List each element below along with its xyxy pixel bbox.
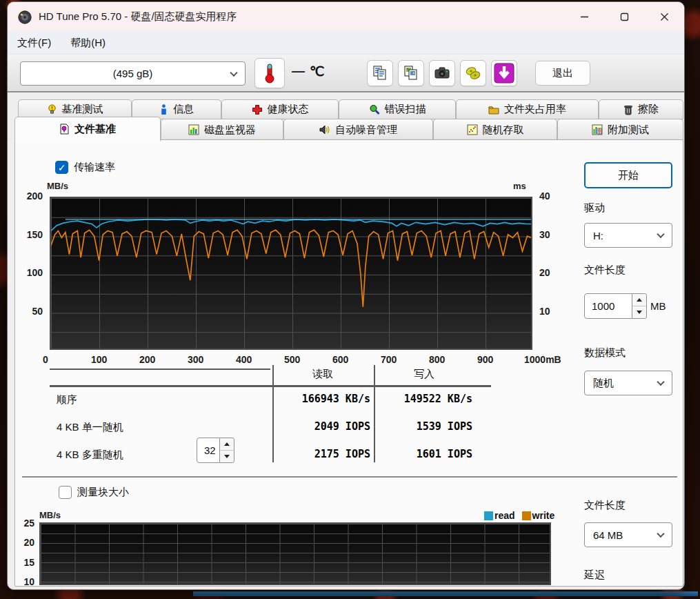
copy-text-icon	[372, 65, 388, 81]
data-mode-select[interactable]: 随机	[584, 371, 672, 395]
tab-health[interactable]: 健康状态	[221, 99, 339, 119]
axis-tick: 50	[32, 306, 43, 317]
copy-text-button[interactable]	[367, 60, 393, 86]
tab-folder-usage[interactable]: 文件夹占用率	[456, 99, 599, 119]
download-arrow-icon	[494, 63, 514, 84]
col-header-read: 读取	[312, 368, 333, 381]
app-icon	[17, 10, 32, 25]
maximize-button[interactable]	[604, 2, 644, 32]
axis-tick: 900	[477, 354, 493, 365]
stepper-down-button[interactable]	[632, 306, 646, 318]
save-disks-icon	[465, 65, 481, 81]
tab-error-scan[interactable]: 错误扫描	[339, 99, 456, 119]
chevron-down-icon	[657, 378, 664, 386]
table-vline-1	[272, 365, 274, 462]
table-header-line	[50, 385, 491, 387]
download-button[interactable]	[491, 60, 517, 86]
tab-label: 基准测试	[62, 103, 103, 116]
y-axis-unit-right: ms	[513, 181, 526, 191]
4kb-single-read-value: 2049 IOPS	[314, 420, 370, 433]
block-chart-y-unit: MB/s	[39, 510, 61, 520]
tab-label: 随机存取	[483, 124, 524, 137]
tab-label: 信息	[173, 103, 194, 116]
4kb-multi-write-value: 1601 IOPS	[417, 448, 472, 460]
file-length-unit: MB	[650, 300, 666, 312]
tab-label: 健康状态	[268, 103, 309, 116]
tab-random-access[interactable]: 随机存取	[433, 119, 557, 141]
queue-depth-value[interactable]: 32	[197, 438, 220, 463]
arrow-down-icon	[224, 455, 230, 458]
axis-tick: 200	[139, 354, 155, 365]
window-title: HD Tune Pro 5.70 - 硬盘/固态硬盘实用程序	[39, 10, 237, 23]
camera-icon	[434, 65, 450, 81]
copy-image-icon	[403, 65, 419, 81]
block-file-length-select[interactable]: 64 MB	[584, 522, 672, 547]
arrow-up-icon	[224, 442, 230, 446]
tab-extra-tests[interactable]: 附加测试	[557, 119, 683, 141]
menu-file[interactable]: 文件(F)	[8, 37, 61, 50]
table-top-line	[50, 369, 270, 370]
axis-tick: 20	[539, 267, 550, 278]
start-button[interactable]: 开始	[584, 162, 672, 188]
data-mode-value: 随机	[593, 377, 614, 390]
tab-disk-monitor[interactable]: 磁盘监视器	[161, 119, 283, 141]
axis-tick: 300	[188, 354, 203, 365]
screenshot-button[interactable]	[429, 60, 455, 86]
titlebar: HD Tune Pro 5.70 - 硬盘/固态硬盘实用程序	[8, 2, 684, 32]
block-size-label: 测量块大小	[77, 486, 129, 499]
extra-tests-icon	[592, 124, 603, 135]
legend-write: write	[522, 510, 555, 521]
sequential-read-value: 166943 KB/s	[302, 393, 370, 405]
transfer-rate-checkbox[interactable]: ✓ 传输速率	[55, 161, 115, 174]
drive-label: 驱动	[584, 202, 605, 215]
chevron-down-icon	[657, 530, 664, 538]
tab-file-benchmark[interactable]: 文件基准	[14, 117, 161, 141]
drive-select-value: (495 gB)	[113, 68, 153, 79]
minimize-button[interactable]	[564, 2, 604, 32]
col-header-write: 写入	[414, 368, 434, 381]
drive-letter-select[interactable]: H:	[584, 223, 672, 248]
menu-help[interactable]: 帮助(H)	[61, 37, 115, 50]
tab-label: 自动噪音管理	[335, 124, 397, 137]
stepper-up-button[interactable]	[632, 294, 646, 306]
axis-tick: 600	[332, 354, 348, 365]
legend-swatch-icon	[522, 511, 531, 520]
axis-tick: 1000mB	[524, 354, 561, 365]
axis-tick: 10	[23, 576, 34, 587]
file-length-label: 文件长度	[584, 264, 626, 277]
axis-tick: 30	[539, 229, 550, 240]
tab-aam[interactable]: 自动噪音管理	[283, 119, 433, 141]
axis-tick: 500	[284, 354, 300, 365]
axis-tick: 100	[91, 354, 107, 365]
save-button[interactable]	[460, 60, 486, 86]
sequential-write-value: 149522 KB/s	[404, 393, 472, 405]
y-axis-unit-left: MB/s	[47, 181, 68, 191]
block-size-checkbox[interactable]: 测量块大小	[59, 486, 129, 499]
stepper-down-button[interactable]	[220, 450, 234, 462]
file-length-value[interactable]: 1000	[584, 293, 632, 319]
file-benchmark-icon	[59, 124, 70, 135]
close-button[interactable]	[644, 2, 684, 32]
transfer-rate-chart	[50, 197, 532, 350]
maximize-icon	[620, 12, 629, 21]
file-length-stepper[interactable]: 1000	[584, 293, 647, 319]
copy-image-button[interactable]	[398, 60, 424, 86]
arrow-up-icon	[637, 298, 642, 302]
menubar: 文件(F) 帮助(H)	[8, 32, 684, 55]
exit-button[interactable]: 退出	[535, 61, 590, 86]
tabstrip: 基准测试 信息 健康状态 错误扫描 文件夹占用率 擦除 文件基准 磁盘监视器	[8, 92, 684, 141]
temperature-button[interactable]	[254, 58, 285, 88]
queue-depth-stepper[interactable]: 32	[197, 438, 234, 463]
trash-icon	[623, 104, 633, 115]
tab-erase[interactable]: 擦除	[599, 99, 683, 119]
row-label-4kb-single: 4 KB 单一随机	[57, 421, 123, 434]
thermometer-icon	[262, 63, 277, 84]
axis-tick: 15	[23, 557, 34, 568]
speaker-icon	[319, 124, 330, 135]
chevron-down-icon	[230, 68, 237, 76]
block-size-chart	[39, 522, 551, 585]
folder-icon	[488, 105, 499, 115]
drive-select[interactable]: (495 gB)	[20, 61, 246, 86]
stepper-up-button[interactable]	[220, 438, 234, 450]
block-file-length-value: 64 MB	[593, 529, 623, 541]
